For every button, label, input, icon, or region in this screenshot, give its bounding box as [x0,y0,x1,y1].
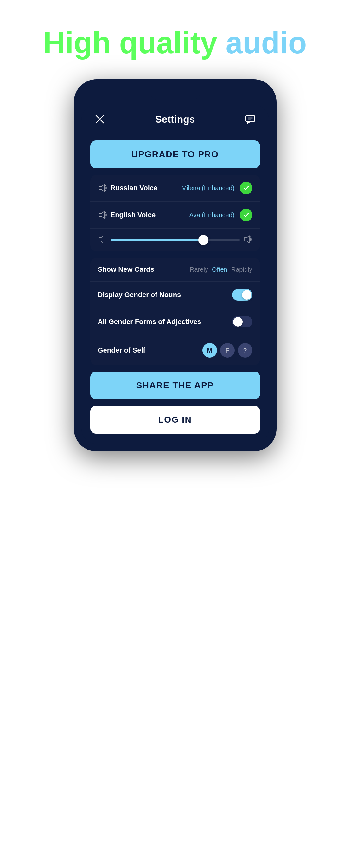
russian-voice-value: Milena (Enhanced) [181,185,235,192]
screen-header: Settings [81,104,269,133]
volume-low-icon [98,235,107,245]
show-new-cards-row: Show New Cards Rarely Often Rapidly [90,258,260,281]
gender-of-self-row: Gender of Self M F ? [90,335,260,365]
phone-shell: Settings UPGRADE TO PRO [74,79,277,452]
share-button[interactable]: SHARE THE APP [90,372,260,399]
display-gender-label: Display Gender of Nouns [98,291,232,299]
volume-icon-russian [98,184,107,192]
gender-btn-question[interactable]: ? [238,343,252,358]
phone-notch [150,89,201,100]
volume-slider-track[interactable] [110,239,240,241]
show-option-rapidly[interactable]: Rapidly [231,266,252,273]
all-gender-forms-toggle-thumb [233,317,243,327]
all-gender-forms-label: All Gender Forms of Adjectives [98,318,232,326]
phone-notch-bar [81,87,269,102]
display-gender-toggle[interactable] [232,289,252,301]
russian-voice-label: Russian Voice [110,184,181,192]
gender-of-self-label: Gender of Self [98,346,202,354]
share-button-label: SHARE THE APP [136,380,214,390]
volume-high-icon [244,235,252,245]
phone-screen: Settings UPGRADE TO PRO [81,104,269,444]
gender-btn-m[interactable]: M [202,343,217,358]
chat-button[interactable] [243,112,257,126]
all-gender-forms-row: All Gender Forms of Adjectives [90,308,260,335]
hero-title-green: High quality [43,26,217,60]
close-icon [95,114,105,124]
login-button-label: LOG IN [159,415,191,425]
volume-slider-thumb[interactable] [198,235,208,245]
english-voice-check [240,209,252,221]
display-gender-row: Display Gender of Nouns [90,281,260,308]
english-voice-label: English Voice [110,211,189,219]
header-title: Settings [155,114,195,125]
upgrade-button-label: UPGRADE TO PRO [132,149,219,159]
display-gender-toggle-thumb [242,290,251,300]
show-option-rarely[interactable]: Rarely [190,266,208,273]
close-button[interactable] [93,112,107,126]
svg-marker-8 [244,236,249,243]
chat-icon [245,114,255,124]
hero-title: High quality audio [43,25,307,60]
hero-title-blue: audio [226,26,307,60]
gender-of-self-buttons: M F ? [202,343,252,358]
show-option-often[interactable]: Often [212,266,228,273]
page-wrapper: High quality audio Settings [0,0,350,868]
screen-content: UPGRADE TO PRO Russian Voice [81,133,269,444]
login-button[interactable]: LOG IN [90,406,260,434]
show-new-cards-label: Show New Cards [98,265,190,274]
svg-marker-7 [99,236,103,243]
english-voice-row[interactable]: English Voice Ava (Enhanced) [90,202,260,228]
volume-icon-english [98,211,107,219]
options-card: Show New Cards Rarely Often Rapidly Disp… [90,258,260,365]
volume-slider-fill [110,239,204,241]
all-gender-forms-toggle[interactable] [232,316,252,328]
voice-settings-card: Russian Voice Milena (Enhanced) [90,175,260,251]
english-voice-value: Ava (Enhanced) [189,212,234,219]
show-new-cards-options: Rarely Often Rapidly [190,266,252,273]
svg-marker-5 [99,185,104,191]
svg-rect-2 [246,115,255,122]
russian-voice-check [240,182,252,194]
gender-btn-f[interactable]: F [220,343,235,358]
upgrade-button[interactable]: UPGRADE TO PRO [90,141,260,168]
volume-slider-row [90,228,260,251]
svg-marker-6 [99,212,104,218]
russian-voice-row[interactable]: Russian Voice Milena (Enhanced) [90,175,260,202]
